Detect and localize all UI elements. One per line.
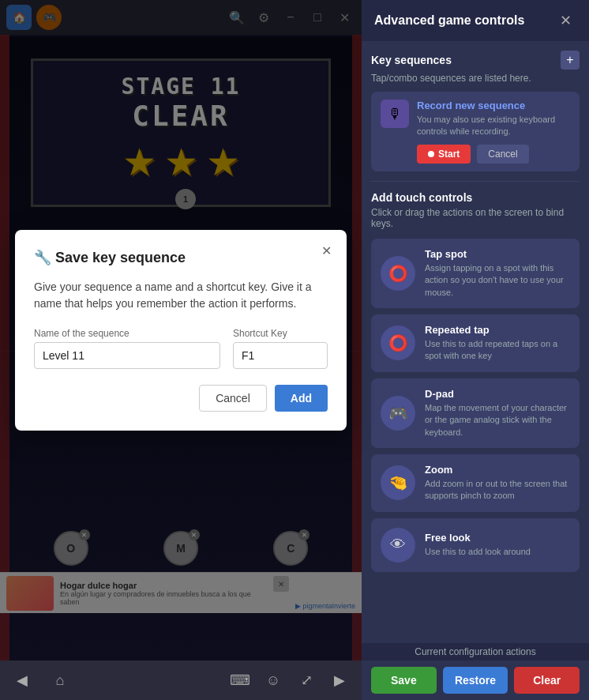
keyboard-icon[interactable]: ⌨ [227,668,253,693]
free-look-desc: Use this to add look around [425,546,570,558]
dialog-cancel-button[interactable]: Cancel [199,385,267,412]
shortcut-input[interactable] [233,342,328,369]
free-look-icon: 👁 [381,528,415,563]
key-sequences-title: Key sequences [371,54,452,66]
start-label: Start [438,149,460,160]
clear-button[interactable]: Clear [514,667,580,694]
dialog-title: 🔧 Save key sequence [34,249,186,266]
tap-spot-text: Tap spot Assign tapping on a spot with t… [425,248,570,299]
zoom-card[interactable]: 🤏 Zoom Add zoom in or out to the screen … [371,454,580,512]
back-icon[interactable]: ◀ [9,668,35,693]
game-area: 🏠 🎮 🔍 ⚙ − □ ✕ STAGE 11 CLEAR ★ ★ ★ [0,0,362,700]
cancel-recording-button[interactable]: Cancel [477,145,528,164]
fullscreen-icon[interactable]: ⤢ [294,668,319,693]
dialog-overlay: 🔧 Save key sequence ✕ Give your sequence… [0,0,362,660]
save-key-sequence-dialog: 🔧 Save key sequence ✕ Give your sequence… [15,230,347,431]
save-button[interactable]: Save [371,667,437,694]
record-text: Record new sequence You may also use exi… [417,100,570,164]
name-label: Name of the sequence [34,328,220,339]
emoji-icon[interactable]: ☺ [261,668,286,693]
bottom-right-actions: ⌨ ☺ ⤢ ▶ [227,668,352,693]
panel-close-button[interactable]: ✕ [554,9,576,32]
dpad-card[interactable]: 🎮 D-pad Map the movement of your charact… [371,378,580,448]
record-title: Record new sequence [417,100,570,111]
footer-buttons: Save Restore Clear [362,660,589,700]
record-icon: 🎙 [381,100,409,128]
bottom-left-actions: ◀ ⌂ [9,668,73,693]
record-new-sequence-card: 🎙 Record new sequence You may also use e… [371,92,580,171]
panel-body: Key sequences + Tap/combo sequences are … [362,41,589,643]
tap-spot-card[interactable]: ⭕ Tap spot Assign tapping on a spot with… [371,239,580,308]
zoom-icon: 🤏 [381,465,415,500]
panel-title: Advanced game controls [374,13,548,28]
dialog-add-button[interactable]: Add [275,385,328,412]
dialog-header: 🔧 Save key sequence [34,249,328,266]
repeated-tap-card[interactable]: ⭕ Repeated tap Use this to add repeated … [371,314,580,372]
record-actions: Start Cancel [417,145,570,164]
restore-button[interactable]: Restore [443,667,508,694]
tap-spot-title: Tap spot [425,248,570,260]
shortcut-label: Shortcut Key [233,328,328,339]
shortcut-field-group: Shortcut Key [233,328,328,369]
repeated-tap-text: Repeated tap Use this to add repeated ta… [425,324,570,363]
panel-header: Advanced game controls ✕ [362,0,589,41]
zoom-title: Zoom [425,464,570,476]
free-look-title: Free look [425,532,570,544]
repeated-tap-title: Repeated tap [425,324,570,336]
section-divider-1 [371,181,580,182]
config-label: Current configuration actions [362,643,589,660]
tap-spot-icon: ⭕ [381,256,415,291]
dpad-title: D-pad [425,388,570,400]
key-sequences-header: Key sequences + [371,51,580,70]
name-input[interactable] [34,342,220,369]
dialog-actions: Cancel Add [34,385,328,412]
tap-spot-desc: Assign tapping on a spot with this actio… [425,262,570,299]
dialog-close-button[interactable]: ✕ [315,239,337,262]
zoom-desc: Add zoom in or out to the screen that su… [425,478,570,502]
free-look-text: Free look Use this to add look around [425,532,570,558]
add-touch-controls-desc: Click or drag the actions on the screen … [371,207,580,229]
add-touch-controls-title: Add touch controls [371,191,580,204]
home-icon[interactable]: ⌂ [47,668,73,693]
add-sequence-button[interactable]: + [561,51,580,70]
free-look-card[interactable]: 👁 Free look Use this to add look around [371,518,580,572]
start-recording-button[interactable]: Start [417,145,471,164]
dialog-fields: Name of the sequence Shortcut Key [34,328,328,369]
bottom-toolbar: ◀ ⌂ ⌨ ☺ ⤢ ▶ [0,660,362,700]
record-dot [428,151,434,157]
repeated-tap-desc: Use this to add repeated taps on a spot … [425,338,570,363]
right-panel: Advanced game controls ✕ Key sequences +… [362,0,589,700]
dpad-desc: Map the movement of your character or th… [425,402,570,438]
zoom-text: Zoom Add zoom in or out to the screen th… [425,464,570,502]
name-field-group: Name of the sequence [34,328,220,369]
panel-footer-full: Current configuration actions Save Resto… [362,643,589,700]
key-sequences-desc: Tap/combo sequences are listed here. [371,73,580,84]
dpad-text: D-pad Map the movement of your character… [425,388,570,438]
repeated-tap-icon: ⭕ [381,326,415,360]
dialog-description: Give your sequence a name and a shortcut… [34,279,328,312]
next-icon[interactable]: ▶ [327,668,352,693]
record-desc: You may also use existing keyboard contr… [417,114,570,138]
dpad-icon: 🎮 [381,396,415,431]
